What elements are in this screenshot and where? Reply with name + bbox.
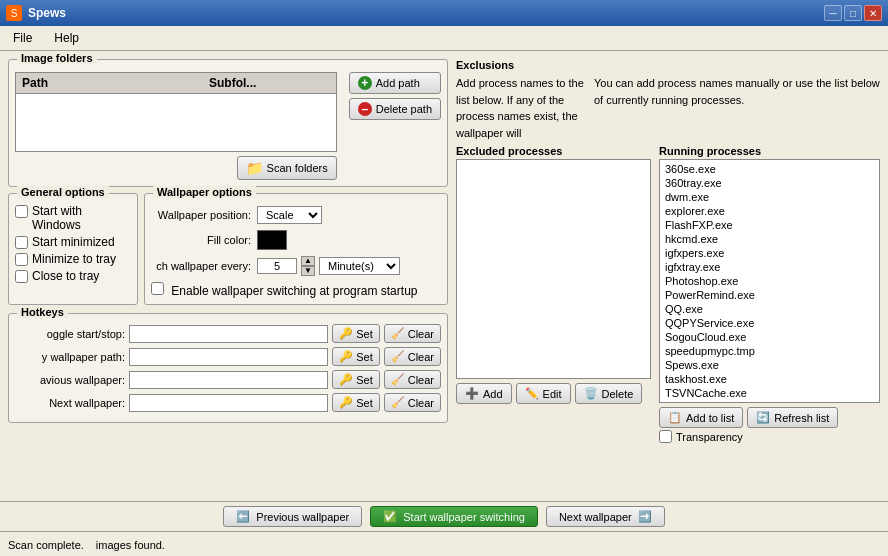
close-tray-label: Close to tray	[32, 269, 99, 283]
next-icon: ➡️	[638, 510, 652, 523]
running-processes-list[interactable]: 360se.exe360tray.exedwm.exeexplorer.exeF…	[659, 159, 880, 403]
delete-exclusion-button[interactable]: 🗑️ Delete	[575, 383, 643, 404]
delete-exclusion-icon: 🗑️	[584, 387, 598, 400]
scan-folders-button[interactable]: 📁 Scan folders	[237, 156, 337, 180]
delete-path-button[interactable]: – Delete path	[349, 98, 441, 120]
left-panel: Image folders Path Subfol... 📁 Scan fold…	[8, 59, 448, 493]
excluded-processes-list[interactable]	[456, 159, 651, 379]
list-item[interactable]: SogouCloud.exe	[662, 330, 877, 344]
set-icon-2: 🔑	[339, 373, 353, 386]
hotkey-row-0: oggle start/stop: 🔑 Set 🧹 Clear	[15, 324, 441, 343]
menu-file[interactable]: File	[4, 28, 41, 48]
list-item[interactable]: FlashFXP.exe	[662, 218, 877, 232]
enable-switching-checkbox[interactable]	[151, 282, 164, 295]
path-column-header: Path	[20, 75, 207, 91]
path-buttons: + Add path – Delete path	[349, 72, 441, 180]
image-folders-title: Image folders	[17, 52, 97, 64]
wallpaper-options-title: Wallpaper options	[153, 186, 256, 198]
add-path-icon: +	[358, 76, 372, 90]
hotkey-clear-0[interactable]: 🧹 Clear	[384, 324, 441, 343]
refresh-list-button[interactable]: 🔄 Refresh list	[747, 407, 838, 428]
change-interval-input[interactable]	[257, 258, 297, 274]
hotkey-clear-3[interactable]: 🧹 Clear	[384, 393, 441, 412]
clear-icon-0: 🧹	[391, 327, 405, 340]
list-item[interactable]: TSVNCache.exe	[662, 386, 877, 400]
minimize-button[interactable]: ─	[824, 5, 842, 21]
bottom-bar: ⬅️ Previous wallpaper ✅ Start wallpaper …	[0, 501, 888, 531]
set-icon-0: 🔑	[339, 327, 353, 340]
list-item[interactable]: hkcmd.exe	[662, 232, 877, 246]
position-select[interactable]: Scale Stretch Tile Center Fit	[257, 206, 322, 224]
lower-left: General options Start with Windows Start…	[8, 193, 448, 305]
hotkey-clear-1[interactable]: 🧹 Clear	[384, 347, 441, 366]
list-item[interactable]: PowerRemind.exe	[662, 288, 877, 302]
scan-label: Scan complete.	[8, 539, 84, 551]
list-item[interactable]: Photoshop.exe	[662, 274, 877, 288]
minimize-tray-checkbox[interactable]	[15, 253, 28, 266]
hotkey-set-0[interactable]: 🔑 Set	[332, 324, 380, 343]
hotkey-label-0: oggle start/stop:	[15, 328, 125, 340]
wallpaper-options-group: Wallpaper options Wallpaper position: Sc…	[144, 193, 448, 305]
list-item[interactable]: explorer.exe	[662, 204, 877, 218]
interval-unit-select[interactable]: Minute(s) Hour(s) Second(s)	[319, 257, 400, 275]
list-item[interactable]: dwm.exe	[662, 190, 877, 204]
window-title: Spews	[28, 6, 66, 20]
list-item[interactable]: QQPYService.exe	[662, 316, 877, 330]
list-item[interactable]: igfxpers.exe	[662, 246, 877, 260]
maximize-button[interactable]: □	[844, 5, 862, 21]
excluded-processes-col: Excluded processes ➕ Add ✏️ Edit 🗑️ Dele…	[456, 145, 651, 443]
start-switching-button[interactable]: ✅ Start wallpaper switching	[370, 506, 538, 527]
list-item[interactable]: 360se.exe	[662, 162, 877, 176]
menu-help[interactable]: Help	[45, 28, 88, 48]
hotkey-set-2[interactable]: 🔑 Set	[332, 370, 380, 389]
hotkey-row-3: Next wallpaper: 🔑 Set 🧹 Clear	[15, 393, 441, 412]
start-windows-checkbox[interactable]	[15, 205, 28, 218]
list-item[interactable]: Spews.exe	[662, 358, 877, 372]
list-item[interactable]: QQ.exe	[662, 302, 877, 316]
exclusions-help: You can add process names manually or us…	[594, 75, 880, 141]
add-path-button[interactable]: + Add path	[349, 72, 441, 94]
hotkey-clear-2[interactable]: 🧹 Clear	[384, 370, 441, 389]
add-to-list-icon: 📋	[668, 411, 682, 424]
previous-wallpaper-button[interactable]: ⬅️ Previous wallpaper	[223, 506, 362, 527]
minimize-tray-row: Minimize to tray	[15, 252, 131, 266]
hotkey-input-1[interactable]	[129, 348, 328, 366]
position-label: Wallpaper position:	[151, 209, 251, 221]
close-tray-checkbox[interactable]	[15, 270, 28, 283]
fill-color-label: Fill color:	[151, 234, 251, 246]
interval-up-button[interactable]: ▲	[301, 256, 315, 266]
path-table: Path Subfol...	[15, 72, 337, 152]
hotkey-input-2[interactable]	[129, 371, 328, 389]
edit-exclusion-icon: ✏️	[525, 387, 539, 400]
exclusions-top: Add process names to the list below. If …	[456, 75, 880, 141]
close-button[interactable]: ✕	[864, 5, 882, 21]
add-to-list-button[interactable]: 📋 Add to list	[659, 407, 743, 428]
list-item[interactable]: taskhost.exe	[662, 372, 877, 386]
general-options-title: General options	[17, 186, 109, 198]
subfol-column-header: Subfol...	[207, 75, 332, 91]
transparency-checkbox[interactable]	[659, 430, 672, 443]
refresh-list-icon: 🔄	[756, 411, 770, 424]
title-bar: S Spews ─ □ ✕	[0, 0, 888, 26]
edit-exclusion-button[interactable]: ✏️ Edit	[516, 383, 571, 404]
interval-down-button[interactable]: ▼	[301, 266, 315, 276]
list-item[interactable]: 360tray.exe	[662, 176, 877, 190]
list-item[interactable]: igfxtray.exe	[662, 260, 877, 274]
start-minimized-row: Start minimized	[15, 235, 131, 249]
exclusions-columns: Excluded processes ➕ Add ✏️ Edit 🗑️ Dele…	[456, 145, 880, 443]
hotkey-input-3[interactable]	[129, 394, 328, 412]
hotkey-input-0[interactable]	[129, 325, 328, 343]
hotkey-label-2: avious wallpaper:	[15, 374, 125, 386]
hotkey-set-1[interactable]: 🔑 Set	[332, 347, 380, 366]
add-exclusion-icon: ➕	[465, 387, 479, 400]
close-tray-row: Close to tray	[15, 269, 131, 283]
fill-color-swatch[interactable]	[257, 230, 287, 250]
hotkey-set-3[interactable]: 🔑 Set	[332, 393, 380, 412]
add-exclusion-button[interactable]: ➕ Add	[456, 383, 512, 404]
next-wallpaper-button[interactable]: Next wallpaper ➡️	[546, 506, 665, 527]
set-icon-3: 🔑	[339, 396, 353, 409]
start-windows-label: Start with Windows	[32, 204, 131, 232]
clear-icon-1: 🧹	[391, 350, 405, 363]
start-minimized-checkbox[interactable]	[15, 236, 28, 249]
list-item[interactable]: speedupmypc.tmp	[662, 344, 877, 358]
